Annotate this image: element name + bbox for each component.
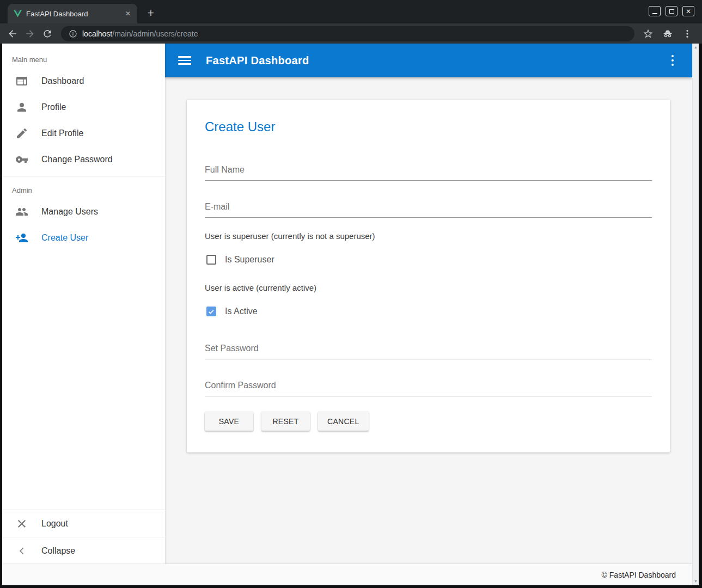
- sidebar-item-label: Dashboard: [41, 76, 84, 86]
- tab-close-icon[interactable]: ✕: [123, 9, 133, 19]
- reset-button[interactable]: RESET: [261, 412, 310, 431]
- incognito-icon: [662, 28, 674, 40]
- chevron-left-icon: [15, 544, 28, 558]
- content-row: Main menu Dashboard Profile: [2, 44, 692, 564]
- is-superuser-checkbox-row[interactable]: Is Superuser: [206, 255, 652, 265]
- browser-menu-kebab-icon[interactable]: [681, 28, 693, 40]
- active-note: User is active (currently active): [205, 283, 652, 292]
- new-tab-button[interactable]: +: [143, 5, 159, 21]
- url-path: /main/admin/users/create: [112, 29, 198, 38]
- sidebar-item-create-user[interactable]: Create User: [2, 225, 165, 251]
- tab-title: FastAPI Dashboard: [26, 10, 119, 18]
- scroll-down-icon[interactable]: ▼: [694, 579, 698, 583]
- set-password-field: [205, 339, 652, 359]
- page-title: Create User: [205, 119, 652, 134]
- url-text: localhost/main/admin/users/create: [82, 29, 198, 38]
- sidebar-item-profile[interactable]: Profile: [2, 94, 165, 120]
- sidebar-item-label: Edit Profile: [41, 128, 83, 138]
- browser-tab[interactable]: FastAPI Dashboard ✕: [8, 4, 137, 23]
- checkbox-checked-icon[interactable]: [206, 307, 216, 316]
- save-button[interactable]: SAVE: [205, 412, 253, 431]
- pencil-icon: [15, 127, 28, 140]
- back-icon[interactable]: [7, 28, 19, 40]
- people-icon: [15, 205, 28, 218]
- checkbox-unchecked-icon[interactable]: [206, 255, 216, 265]
- sidebar-item-change-password[interactable]: Change Password: [2, 146, 165, 173]
- confirm-password-input[interactable]: [205, 376, 652, 396]
- close-button[interactable]: ✕: [682, 6, 694, 16]
- full-name-field: [205, 161, 652, 181]
- url-host: localhost: [82, 29, 112, 38]
- sidebar-item-manage-users[interactable]: Manage Users: [2, 199, 165, 225]
- sidebar-bottom: Logout Collapse: [2, 510, 165, 564]
- url-bar[interactable]: localhost/main/admin/users/create: [61, 26, 634, 41]
- cancel-button[interactable]: CANCEL: [318, 412, 369, 431]
- sidebar-item-label: Profile: [41, 102, 66, 112]
- forward-icon[interactable]: [24, 28, 36, 40]
- checkbox-label: Is Active: [225, 307, 258, 316]
- sidebar-item-logout[interactable]: Logout: [2, 510, 165, 537]
- page-scrollbar[interactable]: ▲ ▼: [692, 44, 699, 585]
- scroll-up-icon[interactable]: ▲: [694, 45, 698, 49]
- sidebar-item-label: Create User: [41, 233, 88, 243]
- sidebar-item-label: Collapse: [41, 546, 75, 556]
- key-icon: [15, 153, 28, 166]
- sidebar-section-main-menu: Main menu: [2, 44, 165, 68]
- app-bar-title: FastAPI Dashboard: [206, 54, 309, 67]
- main-content: Create User User is superuser (currently…: [165, 77, 692, 564]
- confirm-password-field: [205, 376, 652, 396]
- sidebar-item-collapse[interactable]: Collapse: [2, 537, 165, 564]
- is-active-checkbox-row[interactable]: Is Active: [206, 307, 652, 316]
- toolbar-right: [642, 28, 695, 40]
- maximize-button[interactable]: [666, 6, 677, 16]
- set-password-input[interactable]: [205, 339, 652, 359]
- person-add-icon: [15, 231, 28, 244]
- form-buttons: SAVE RESET CANCEL: [205, 412, 652, 431]
- superuser-note: User is superuser (currently is not a su…: [205, 231, 652, 241]
- checkbox-label: Is Superuser: [225, 255, 274, 265]
- sidebar-item-dashboard[interactable]: Dashboard: [2, 68, 165, 94]
- sidebar: Main menu Dashboard Profile: [2, 44, 165, 564]
- reload-icon[interactable]: [41, 28, 53, 40]
- create-user-card: Create User User is superuser (currently…: [187, 100, 670, 452]
- bookmark-star-icon[interactable]: [642, 28, 654, 40]
- sidebar-divider: [2, 176, 165, 176]
- sidebar-item-label: Change Password: [41, 155, 113, 164]
- page-footer: © FastAPI Dashboard: [2, 564, 692, 585]
- sidebar-item-edit-profile[interactable]: Edit Profile: [2, 120, 165, 146]
- logout-x-icon: [15, 517, 28, 530]
- sidebar-item-label: Manage Users: [41, 207, 98, 217]
- page-body: Main menu Dashboard Profile: [2, 44, 692, 585]
- main-area: FastAPI Dashboard Create User: [165, 44, 692, 564]
- hamburger-menu-icon[interactable]: [178, 54, 191, 67]
- dashboard-icon: [15, 75, 28, 88]
- window-controls: ✕: [649, 6, 694, 16]
- vue-logo-icon: [14, 10, 22, 17]
- footer-copyright: © FastAPI Dashboard: [602, 571, 676, 579]
- maximize-icon: [669, 9, 674, 14]
- tab-strip: FastAPI Dashboard ✕ + ✕: [0, 0, 702, 23]
- sidebar-item-label: Logout: [41, 519, 68, 529]
- email-field: [205, 198, 652, 218]
- page-viewport: Main menu Dashboard Profile: [2, 44, 699, 585]
- browser-window: FastAPI Dashboard ✕ + ✕ localhost/main/a…: [0, 0, 702, 588]
- app-bar-kebab-icon[interactable]: [666, 54, 679, 67]
- close-icon: ✕: [686, 8, 691, 15]
- sidebar-section-admin: Admin: [2, 180, 165, 199]
- browser-toolbar: localhost/main/admin/users/create: [0, 23, 702, 44]
- full-name-input[interactable]: [205, 161, 652, 181]
- site-info-icon[interactable]: [69, 29, 77, 38]
- person-icon: [15, 101, 28, 114]
- minimize-icon: [652, 13, 657, 14]
- minimize-button[interactable]: [649, 6, 661, 16]
- email-input[interactable]: [205, 198, 652, 218]
- app-bar: FastAPI Dashboard: [165, 44, 692, 77]
